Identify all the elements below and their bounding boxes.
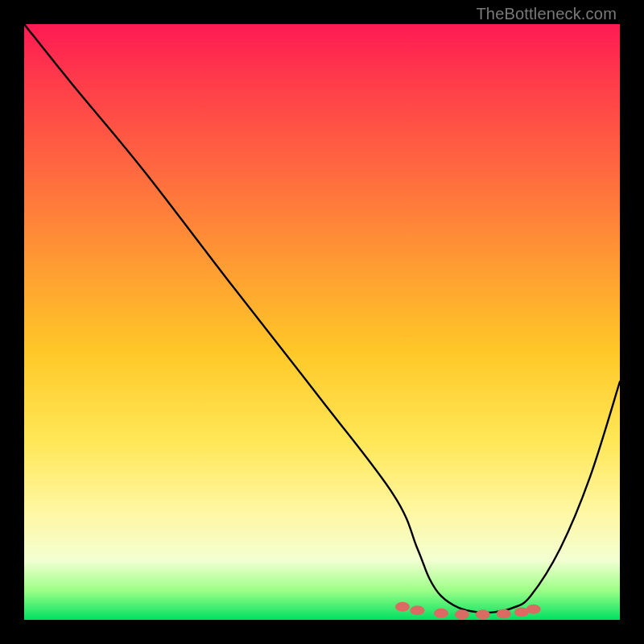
- plot-area: [24, 24, 620, 620]
- curve-marker-dot: [476, 609, 490, 619]
- curve-marker-dot: [434, 609, 448, 618]
- bottleneck-curve: [24, 24, 620, 613]
- curve-marker-dot: [410, 605, 424, 615]
- curve-layer: [24, 24, 620, 620]
- attribution-label: TheBottleneck.com: [476, 5, 617, 23]
- curve-marker-dot: [497, 609, 511, 619]
- chart-frame: TheBottleneck.com: [0, 0, 644, 644]
- curve-marker-dot: [526, 605, 541, 614]
- curve-marker-dot: [455, 609, 469, 619]
- curve-marker-dot: [395, 602, 410, 612]
